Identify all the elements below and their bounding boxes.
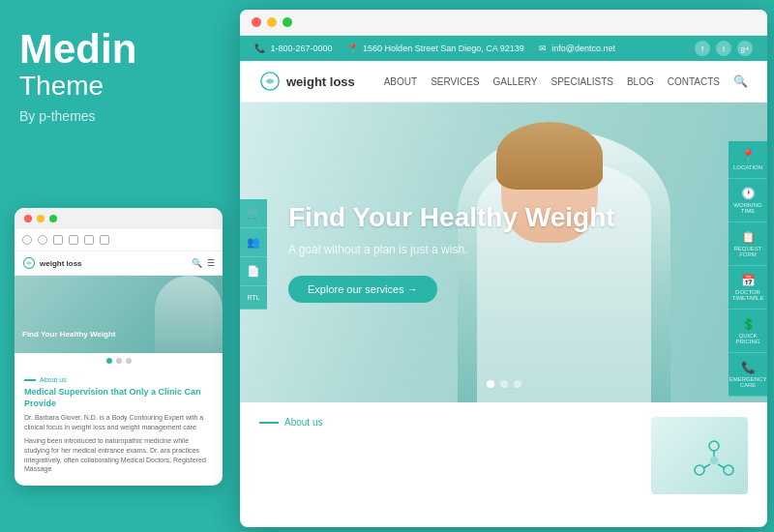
nav-logo: weight loss xyxy=(259,71,355,92)
side-btn-timetable-label: DOCTOR TIMETABLE xyxy=(732,289,764,301)
about-title: Medical Supervision that Only xyxy=(259,433,632,455)
side-btn-request-label: REQUEST FORM xyxy=(732,246,763,257)
hero-content: Find Your Healthy Weight A goal without … xyxy=(288,202,615,303)
brand-by: By p-themes xyxy=(19,108,213,124)
phone-icon: 📞 xyxy=(254,44,265,53)
about-right xyxy=(651,417,748,494)
hero-carousel-dots xyxy=(487,380,521,388)
form-side-icon: 📋 xyxy=(741,230,756,244)
mini-browser-bar xyxy=(15,208,223,229)
side-btn-request[interactable]: 📋 REQUEST FORM xyxy=(729,222,767,266)
nav-logo-icon xyxy=(259,71,281,92)
mini-hero-text: Find Your Healthy Weight xyxy=(22,330,115,339)
hero-section: 🛒 👥 📄 RTL Find Your Healthy Weight A goa… xyxy=(240,103,767,402)
side-btn-location-label: LOCATION xyxy=(733,164,762,170)
side-btn-timetable[interactable]: 📅 DOCTOR TIMETABLE xyxy=(729,266,767,310)
mini-clock-icon xyxy=(38,235,47,245)
hero-dot-3[interactable] xyxy=(514,380,521,388)
main-dot-yellow xyxy=(267,17,277,27)
about-label: About us xyxy=(259,417,632,428)
mini-icons-row xyxy=(22,235,109,245)
email-contact: ✉ info@dentco.net xyxy=(539,44,615,53)
side-btn-working[interactable]: 🕐 WORKING TIME xyxy=(729,179,767,222)
mini-dot-green xyxy=(49,215,57,222)
about-section: About us Medical Supervision that Only xyxy=(240,402,767,509)
nav-blog[interactable]: BLOG xyxy=(627,76,654,87)
mini-logo-text: weight loss xyxy=(40,259,82,268)
hero-subtitle: A goal without a plan is just a wish. xyxy=(288,243,615,256)
phone-side-icon: 📞 xyxy=(741,361,756,374)
svg-point-3 xyxy=(695,465,704,475)
doc-icon: 📄 xyxy=(247,265,260,278)
main-dot-green xyxy=(283,17,292,27)
nav-contacts[interactable]: CONTACTS xyxy=(668,76,720,87)
lq-rtl[interactable]: RTL xyxy=(240,286,267,310)
lq-doc[interactable]: 📄 xyxy=(240,257,267,286)
side-btn-pricing[interactable]: 💲 QUICK PRICING xyxy=(729,310,767,353)
googleplus-icon[interactable]: g+ xyxy=(737,41,753,56)
hero-dot-2[interactable] xyxy=(500,380,508,388)
mini-about: About us Medical Supervision that Only a… xyxy=(15,369,223,486)
lq-cart[interactable]: 🛒 xyxy=(240,199,267,228)
side-btn-working-label: WORKING TIME xyxy=(732,202,763,214)
contact-bar: 📞 1-800-267-0000 📍 1560 Holden Street Sa… xyxy=(240,36,767,61)
twitter-icon[interactable]: t xyxy=(716,41,731,56)
molecule-decoration xyxy=(685,431,743,489)
main-nav: weight loss ABOUT SERVICES GALLERY SPECI… xyxy=(240,61,767,103)
mini-search-icon: 🔍 xyxy=(192,258,202,268)
mini-dot-yellow xyxy=(37,215,45,222)
location-icon: 📍 xyxy=(347,44,358,53)
side-btn-location[interactable]: 📍 LOCATION xyxy=(729,141,767,179)
mini-menu-icon: ☰ xyxy=(207,258,215,268)
facebook-icon[interactable]: f xyxy=(695,41,710,56)
mini-nav: weight loss 🔍 ☰ xyxy=(15,251,223,276)
hero-dot-1[interactable] xyxy=(487,380,494,388)
rtl-label: RTL xyxy=(247,294,259,301)
cart-icon: 🛒 xyxy=(247,207,260,220)
side-btn-emergency-label: EMERGENCY CARE xyxy=(729,376,767,388)
people-icon: 👥 xyxy=(247,236,260,249)
mini-body-text-1: Dr. Barbara Glover, N.D. is a Body Conto… xyxy=(24,413,213,432)
nav-search-icon[interactable]: 🔍 xyxy=(733,74,748,88)
svg-point-2 xyxy=(709,441,719,451)
mini-heading: Medical Supervision that Only a Clinic C… xyxy=(24,387,213,409)
doctor-hair xyxy=(496,122,603,190)
mini-fb-icon xyxy=(53,235,63,245)
clock-side-icon: 🕐 xyxy=(741,187,756,200)
svg-point-5 xyxy=(710,457,718,464)
svg-line-7 xyxy=(703,464,710,468)
main-dot-red xyxy=(252,17,261,27)
mini-dot-2 xyxy=(116,358,122,364)
svg-line-8 xyxy=(718,464,725,468)
nav-services[interactable]: SERVICES xyxy=(431,76,479,87)
left-quicknav: 🛒 👥 📄 RTL xyxy=(240,199,267,310)
main-browser: 📞 1-800-267-0000 📍 1560 Holden Street Sa… xyxy=(240,10,767,527)
hero-title: Find Your Healthy Weight xyxy=(288,202,615,233)
about-label-line xyxy=(259,422,279,424)
nav-logo-text: weight loss xyxy=(286,74,355,89)
about-left: About us Medical Supervision that Only xyxy=(259,417,632,494)
phone-contact: 📞 1-800-267-0000 xyxy=(254,44,333,53)
svg-point-4 xyxy=(724,465,733,475)
mini-in-icon xyxy=(100,235,109,245)
lq-people[interactable]: 👥 xyxy=(240,228,267,257)
mini-logo-icon xyxy=(22,256,36,270)
side-buttons: 📍 LOCATION 🕐 WORKING TIME 📋 REQUEST FORM… xyxy=(729,141,767,397)
social-icons: f t g+ xyxy=(695,41,753,56)
left-panel: Medin Theme By p-themes xyxy=(0,0,232,532)
calendar-side-icon: 📅 xyxy=(741,274,756,287)
side-btn-emergency[interactable]: 📞 EMERGENCY CARE xyxy=(729,353,767,397)
about-image xyxy=(651,417,748,494)
nav-specialists[interactable]: SPECIALISTS xyxy=(551,76,612,87)
nav-about[interactable]: ABOUT xyxy=(384,76,417,87)
main-browser-bar xyxy=(240,10,767,36)
mini-logo: weight loss xyxy=(22,256,82,270)
nav-links: ABOUT SERVICES GALLERY SPECIALISTS BLOG … xyxy=(384,74,748,88)
mini-body-text-2: Having been introduced to naturopathic m… xyxy=(24,436,213,474)
hero-cta-button[interactable]: Explore our services → xyxy=(288,276,437,303)
contact-bar-left: 📞 1-800-267-0000 📍 1560 Holden Street Sa… xyxy=(254,44,615,53)
nav-gallery[interactable]: GALLERY xyxy=(493,76,538,87)
email-icon: ✉ xyxy=(539,44,547,53)
mini-browser-preview: weight loss 🔍 ☰ Find Your Healthy Weight… xyxy=(15,208,223,486)
mini-dot-3 xyxy=(126,358,132,364)
